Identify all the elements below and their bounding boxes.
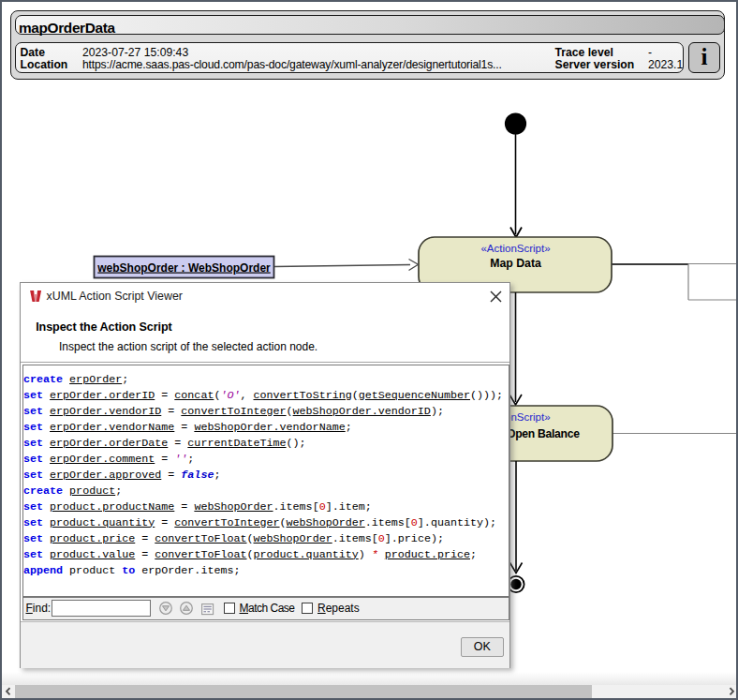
svg-text:webShopOrder : WebShopOrder: webShopOrder : WebShopOrder xyxy=(96,261,271,275)
svg-text:«ActionScript»: «ActionScript» xyxy=(480,243,550,254)
svg-text:Map Data: Map Data xyxy=(490,257,541,270)
svg-text:Open Balance: Open Balance xyxy=(507,427,580,440)
